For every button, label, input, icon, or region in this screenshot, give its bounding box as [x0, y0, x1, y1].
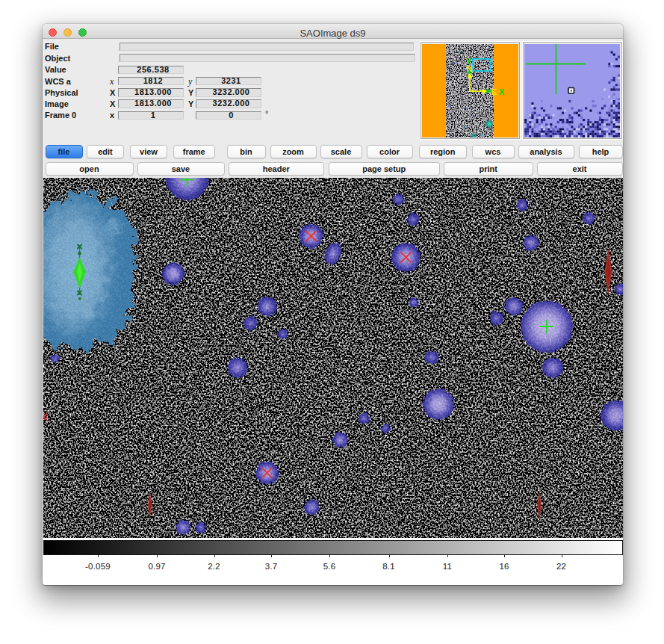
svg-text:X: X — [499, 87, 505, 96]
svg-text:N: N — [467, 64, 473, 73]
svg-text:E: E — [491, 87, 497, 96]
